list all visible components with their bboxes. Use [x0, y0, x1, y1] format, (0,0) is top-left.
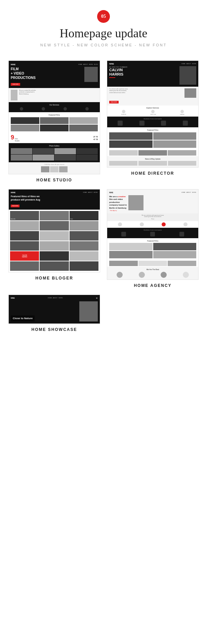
dir-films-grid — [109, 132, 196, 148]
studio-num-2: 70 — [96, 136, 98, 138]
agency-mock: NINE HOME ABOUT WORK We are a creativefi… — [107, 189, 199, 280]
agency-films-row — [109, 243, 196, 258]
showcase-content-area: Close to Nature — [11, 301, 98, 321]
agency-film-3 — [109, 251, 153, 258]
agency-hero-content: We are a creativefilm and videoproductio… — [109, 195, 196, 211]
footer-img-2 — [50, 166, 58, 172]
bloger-mock: NINE HOME ABOUT WORK Featured films of f… — [8, 189, 100, 272]
dir-film-3 — [109, 140, 153, 148]
dir-awards-logos — [109, 121, 196, 126]
dir-explore: Explore Services FILMS DIR VIDEO FILM CA… — [107, 105, 198, 117]
director-mock: NINE HOME ABOUT WORK AK. DIRECTOR. FILMM… — [107, 60, 199, 168]
agency-sm-1 — [109, 261, 138, 266]
bloger-cell-10 — [10, 241, 39, 251]
dir-service-label-3: CAMERA — [180, 114, 184, 115]
dir-blog: News & Blog Update — [107, 156, 198, 167]
studio-about-text: We are a creative film and videoproducti… — [19, 90, 36, 100]
page-header: 05 Homepage update NEW STYLE - NEW COLOR… — [0, 0, 207, 54]
director-about-text: I'm a director with experience areasincl… — [109, 88, 183, 98]
director-title-text: CALVINHARRIS — [109, 68, 127, 77]
film-thumb-5 — [40, 125, 69, 131]
service-icon-3 — [64, 107, 67, 111]
agency-services — [107, 221, 198, 228]
studio-films-grid — [11, 117, 98, 131]
agency-award-3 — [179, 232, 184, 237]
dir-film-4 — [153, 140, 197, 148]
studio-stats: 9 FilmStudio 27 70 47 78 — [9, 133, 100, 143]
dir-more-films — [107, 149, 198, 156]
studio-hero-img — [84, 67, 98, 82]
agency-svc-icon-3 — [162, 222, 166, 226]
bloger-cell-17 — [70, 261, 98, 271]
director-hero-img — [179, 66, 196, 85]
agency-logo: NINE — [109, 191, 113, 194]
studio-cta-btn[interactable]: READ MORE — [11, 83, 20, 86]
showcase-hero: NINE HOME ABOUT WORK ✕ Close to Nature — [9, 295, 100, 324]
film-thumb-4 — [11, 125, 39, 131]
agency-about-text: We are a selection with experienced area… — [109, 215, 196, 217]
agency-signature: ~ Nine Agency — [109, 210, 127, 211]
dir-blog-title: News & Blog Update — [109, 158, 196, 160]
studio-more-imgs — [11, 166, 98, 172]
agency-awards: A selection of some recent awards — [107, 228, 198, 238]
dir-sm-3 — [168, 150, 196, 156]
showcase-close-icon[interactable]: ✕ — [96, 297, 98, 300]
bloger-cell-5 — [40, 221, 69, 230]
showcase-label: HOME SHOWCASE — [31, 327, 77, 332]
studio-nav: NINE HOME ABOUT WORK BLOG — [11, 63, 98, 66]
agency-film-2 — [153, 243, 197, 250]
award-logo-3 — [161, 121, 166, 126]
footer-img-3 — [59, 166, 68, 172]
studio-nav-links: HOME ABOUT WORK BLOG — [78, 63, 98, 66]
bloger-cell-4 — [10, 221, 39, 230]
gallery-thumb-8 — [76, 155, 98, 161]
agency-sig: Nine — [109, 218, 196, 220]
director-cta-btn[interactable]: READ MORE — [109, 101, 119, 103]
agency-film-1 — [109, 243, 153, 250]
director-logo: NINE — [109, 63, 114, 65]
studio-footer: © 2024 Nine Studio. All rights reserved. — [9, 162, 100, 174]
bloger-cell-8 — [40, 231, 69, 241]
dir-awards: A selection of some recent awards — [107, 117, 198, 127]
director-about: I'm a director with experience areasincl… — [107, 87, 198, 105]
bloger-cta-btn[interactable]: READ MORE — [11, 205, 19, 207]
page-title: Homepage update — [7, 26, 200, 40]
director-nav-links: HOME ABOUT WORK — [181, 63, 196, 65]
dir-service-label-2: VIDEO FILM — [150, 114, 156, 115]
dir-films-title: Featured Films — [109, 129, 196, 131]
director-red-line — [109, 77, 115, 78]
bloger-logo: NINE — [11, 191, 15, 194]
bloger-grid: Article title Calvin CALVINHARRIS — [9, 210, 100, 272]
preview-home-director: NINE HOME ABOUT WORK AK. DIRECTOR. FILMM… — [107, 60, 199, 182]
film-thumb-3 — [69, 117, 98, 124]
agency-film-4 — [153, 251, 197, 258]
studio-services-icons — [11, 107, 98, 111]
director-about-inner: I'm a director with experience areasincl… — [109, 88, 196, 98]
bloger-cell-red: CALVINHARRIS — [10, 251, 39, 261]
agency-team: We Are The Best — [107, 267, 198, 280]
agency-films: Featured Films — [107, 238, 198, 260]
dir-sm-2 — [138, 150, 167, 156]
dir-explore-icons: FILMS DIR VIDEO FILM CAMERA — [109, 110, 196, 115]
bloger-cell-13 — [40, 251, 69, 261]
director-label: HOME DIRECTOR — [131, 171, 174, 176]
dir-service-label-1: FILMS DIR — [121, 114, 126, 115]
studio-gallery: Photo Gallery — [9, 143, 100, 162]
preview-home-agency: NINE HOME ABOUT WORK We are a creativefi… — [107, 189, 199, 288]
studio-about: We are a creative film and videoproducti… — [9, 88, 100, 102]
bloger-hero-text: Featured films of films weproduce will p… — [11, 195, 98, 202]
team-avatar-4 — [183, 272, 189, 278]
agency-awards-text: A selection of some recent awards — [109, 229, 196, 231]
award-logo-4 — [183, 121, 188, 126]
bloger-cell-16 — [40, 261, 69, 271]
dir-service-icon-3 — [180, 110, 184, 113]
agency-svc-icon-4 — [183, 222, 188, 226]
dir-icon-block-2: VIDEO FILM — [150, 110, 156, 115]
bloger-cell-6 — [70, 221, 98, 230]
agency-nav-links: HOME ABOUT WORK — [181, 191, 196, 194]
bloger-label: HOME BLOGER — [35, 276, 73, 281]
studio-gallery-grid — [11, 148, 98, 161]
team-avatar-2 — [139, 272, 145, 278]
team-avatar-1 — [117, 272, 123, 278]
award-logo-2 — [139, 121, 144, 126]
